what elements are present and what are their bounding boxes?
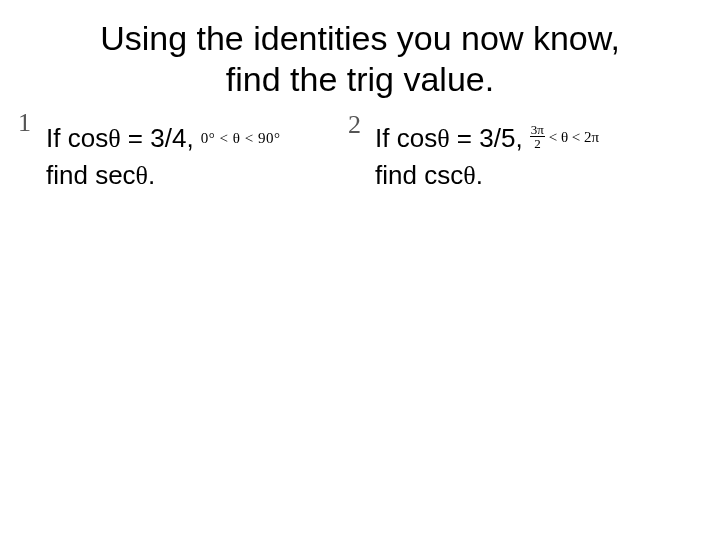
title-line-1: Using the identities you now know,	[100, 19, 620, 57]
problem-number-2: 2	[348, 110, 361, 140]
theta-symbol: θ	[437, 124, 449, 153]
theta-symbol: θ	[463, 161, 475, 190]
p1-if-cos: If cos	[46, 123, 108, 153]
problem-1: If cosθ = 3/4, 0° < θ < 90° find secθ.	[46, 120, 346, 195]
title-line-2: find the trig value.	[226, 60, 494, 98]
p1-period: .	[148, 160, 155, 190]
p2-if-cos: If cos	[375, 123, 437, 153]
slide-title: Using the identities you now know, find …	[0, 0, 720, 100]
p1-condition: 0° < θ < 90°	[201, 128, 281, 149]
p1-equals: = 3/4,	[121, 123, 201, 153]
p2-find-csc: find csc	[375, 160, 463, 190]
frac-bot: 2	[530, 137, 545, 150]
fraction-3pi-over-2: 3π2	[530, 123, 545, 150]
problem-2: If cosθ = 3/5, 3π2 < θ < 2π find cscθ.	[375, 120, 695, 195]
p2-cond-rest: < θ < 2π	[545, 129, 599, 145]
theta-symbol: θ	[136, 161, 148, 190]
p2-equals: = 3/5,	[450, 123, 530, 153]
p1-find-sec: find sec	[46, 160, 136, 190]
p2-period: .	[476, 160, 483, 190]
problem-number-1: 1	[18, 108, 31, 138]
p2-condition: 3π2 < θ < 2π	[530, 125, 599, 152]
theta-symbol: θ	[108, 124, 120, 153]
frac-top: 3π	[530, 123, 545, 137]
